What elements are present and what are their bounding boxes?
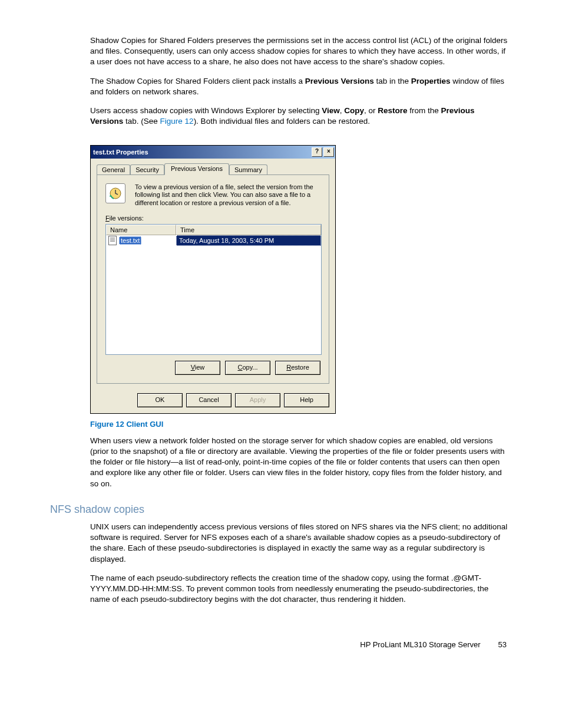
list-item-time: Today, August 18, 2003, 5:40 PM [176, 235, 321, 246]
file-versions-list[interactable]: Name Time test.txt Today, August 18, 200… [105, 224, 322, 355]
column-header-name[interactable]: Name [106, 225, 176, 235]
section-heading-nfs: NFS shadow copies [50, 503, 509, 516]
paragraph-4: When users view a network folder hosted … [50, 436, 509, 489]
tab-panel: To view a previous version of a file, se… [97, 174, 329, 384]
help-button[interactable]: Help [284, 393, 329, 407]
file-icon [108, 236, 117, 245]
copy-button[interactable]: Copy... [225, 361, 270, 375]
file-versions-label: File versions: [105, 215, 320, 222]
paragraph-6: The name of each pseudo-subdirectory ref… [50, 573, 509, 605]
column-header-time[interactable]: Time [176, 225, 321, 235]
footer-page-number: 53 [498, 640, 507, 649]
view-button[interactable]: View [175, 361, 220, 375]
page-footer: HP ProLiant ML310 Storage Server 53 [50, 640, 509, 649]
restore-button[interactable]: Restore [275, 361, 320, 375]
list-item-filename: test.txt [119, 236, 141, 245]
paragraph-3: Users access shadow copies with Windows … [50, 106, 509, 127]
footer-product: HP ProLiant ML310 Storage Server [360, 640, 480, 649]
paragraph-2: The Shadow Copies for Shared Folders cli… [50, 76, 509, 97]
paragraph-1: Shadow Copies for Shared Folders preserv… [50, 35, 509, 68]
help-button[interactable]: ? [312, 147, 322, 157]
tabs-row: General Security Previous Versions Summa… [91, 159, 335, 174]
titlebar-text: test.txt Properties [93, 149, 310, 156]
figure-12-link[interactable]: Figure 12 [160, 117, 194, 126]
list-item[interactable]: test.txt Today, August 18, 2003, 5:40 PM [106, 235, 321, 246]
ok-button[interactable]: OK [137, 393, 183, 407]
tab-security[interactable]: Security [130, 164, 164, 174]
close-button[interactable]: × [323, 147, 334, 157]
version-clock-icon [105, 183, 125, 203]
cancel-button[interactable]: Cancel [186, 393, 232, 407]
figure-caption: Figure 12 Client GUI [50, 420, 509, 429]
apply-button: Apply [235, 393, 280, 407]
tab-summary[interactable]: Summary [229, 164, 267, 174]
tab-previous-versions[interactable]: Previous Versions [164, 163, 229, 175]
instruction-text: To view a previous version of a file, se… [135, 183, 320, 207]
titlebar: test.txt Properties ? × [91, 146, 335, 159]
tab-general[interactable]: General [97, 164, 130, 174]
properties-dialog: test.txt Properties ? × General Security… [90, 145, 336, 414]
paragraph-5: UNIX users can independently access prev… [50, 522, 509, 565]
